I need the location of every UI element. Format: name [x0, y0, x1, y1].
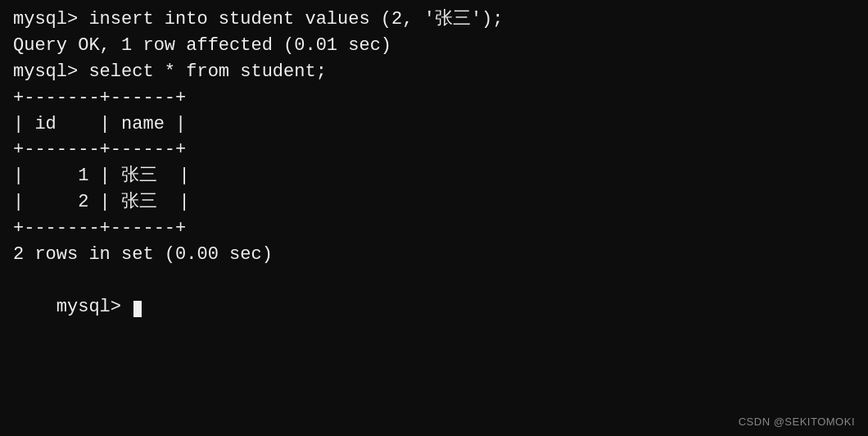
terminal-line-11: 2 rows in set (0.00 sec) — [13, 242, 855, 268]
terminal-line-8: | 1 | 张三 | — [13, 163, 855, 189]
terminal-line-5: +-------+------+ — [13, 85, 855, 111]
terminal-line-2: Query OK, 1 row affected (0.01 sec) — [13, 33, 855, 59]
terminal-line-7: +-------+------+ — [13, 137, 855, 163]
watermark: CSDN @SEKITOMOKI — [739, 416, 855, 428]
terminal-prompt-line[interactable]: mysql> — [13, 268, 855, 347]
terminal-line-4: mysql> select * from student; — [13, 59, 855, 85]
terminal-prompt: mysql> — [57, 297, 132, 317]
terminal-line-6: | id | name | — [13, 111, 855, 138]
terminal-line-9: | 2 | 张三 | — [13, 189, 855, 216]
terminal-cursor — [133, 301, 142, 317]
terminal-line-1: mysql> insert into student values (2, '张… — [13, 7, 855, 33]
terminal-line-10: +-------+------+ — [13, 216, 855, 242]
terminal-window: mysql> insert into student values (2, '张… — [0, 0, 868, 436]
